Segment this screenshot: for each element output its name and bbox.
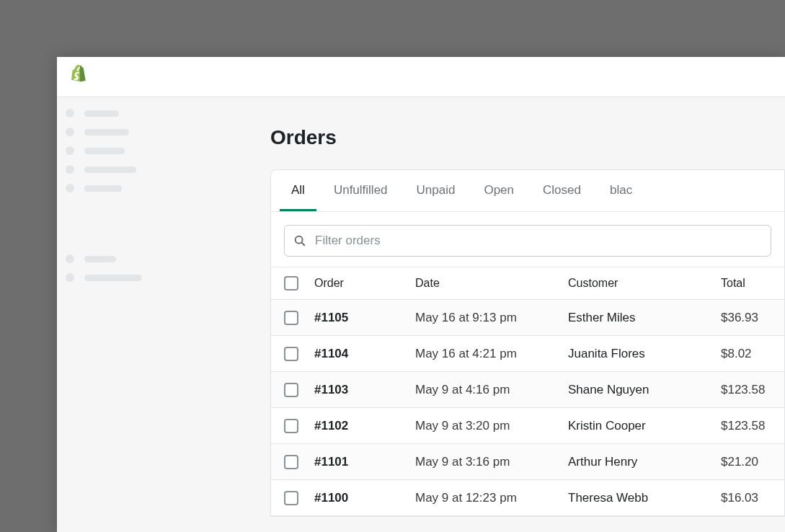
order-id[interactable]: #1102 <box>314 419 415 433</box>
order-id[interactable]: #1103 <box>314 383 415 397</box>
order-customer[interactable]: Shane Nguyen <box>568 383 721 397</box>
nav-dot-icon <box>66 273 74 282</box>
tab-unpaid[interactable]: Unpaid <box>405 170 467 211</box>
row-checkbox-cell <box>284 311 314 325</box>
nav-label-placeholder <box>84 185 122 192</box>
filter-input[interactable] <box>315 234 762 248</box>
nav-dot-icon <box>66 128 74 136</box>
order-customer[interactable]: Theresa Webb <box>568 491 721 505</box>
row-checkbox-cell <box>284 383 314 397</box>
order-id[interactable]: #1105 <box>314 311 415 325</box>
nav-label-placeholder <box>84 129 129 136</box>
row-checkbox-cell <box>284 347 314 361</box>
row-checkbox[interactable] <box>284 419 298 433</box>
orders-table: Order Date Customer Total #1105May 16 at… <box>271 267 784 516</box>
table-row[interactable]: #1103May 9 at 4:16 pmShane Nguyen$123.58 <box>271 372 784 408</box>
row-checkbox[interactable] <box>284 383 298 397</box>
tab-all[interactable]: All <box>280 170 316 211</box>
row-checkbox-cell <box>284 455 314 469</box>
tab-open[interactable]: Open <box>472 170 525 211</box>
svg-line-1 <box>302 243 305 246</box>
table-row[interactable]: #1102May 9 at 3:20 pmKristin Cooper$123.… <box>271 408 784 444</box>
tab-closed[interactable]: Closed <box>531 170 593 211</box>
search-icon <box>293 234 306 247</box>
header-order[interactable]: Order <box>314 277 415 290</box>
table-row[interactable]: #1101May 9 at 3:16 pmArthur Henry$21.20 <box>271 444 784 480</box>
order-total: $123.58 <box>721 419 771 433</box>
row-checkbox[interactable] <box>284 311 298 325</box>
table-row[interactable]: #1100May 9 at 12:23 pmTheresa Webb$16.03 <box>271 480 784 516</box>
sidebar-item-placeholder <box>66 165 221 174</box>
body: Orders AllUnfulfilledUnpaidOpenClosedbla… <box>57 97 785 532</box>
header-total[interactable]: Total <box>721 277 771 290</box>
row-checkbox-cell <box>284 419 314 433</box>
main-content: Orders AllUnfulfilledUnpaidOpenClosedbla… <box>230 97 785 532</box>
sidebar-item-placeholder <box>66 128 221 136</box>
app-window: Orders AllUnfulfilledUnpaidOpenClosedbla… <box>57 57 785 532</box>
order-date: May 9 at 3:20 pm <box>415 419 568 433</box>
order-total: $21.20 <box>721 455 771 469</box>
order-customer[interactable]: Kristin Cooper <box>568 419 721 433</box>
order-date: May 9 at 4:16 pm <box>415 383 568 397</box>
tab-blac[interactable]: blac <box>598 170 644 211</box>
order-id[interactable]: #1100 <box>314 491 415 505</box>
header-date[interactable]: Date <box>415 277 568 290</box>
order-id[interactable]: #1104 <box>314 347 415 361</box>
row-checkbox-cell <box>284 491 314 505</box>
tab-unfulfilled[interactable]: Unfulfilled <box>322 170 399 211</box>
order-date: May 16 at 4:21 pm <box>415 347 568 361</box>
row-checkbox[interactable] <box>284 455 298 469</box>
header-customer[interactable]: Customer <box>568 277 721 290</box>
order-customer[interactable]: Juanita Flores <box>568 347 721 361</box>
nav-dot-icon <box>66 109 74 118</box>
filter-row <box>271 212 784 267</box>
orders-card: AllUnfulfilledUnpaidOpenClosedblac <box>270 169 785 517</box>
sidebar <box>57 97 230 532</box>
shopify-logo-icon <box>68 65 90 89</box>
nav-label-placeholder <box>84 167 136 173</box>
select-all-checkbox[interactable] <box>284 276 298 291</box>
header-checkbox-cell <box>284 276 314 291</box>
order-total: $36.93 <box>721 311 771 325</box>
table-body: #1105May 16 at 9:13 pmEsther Miles$36.93… <box>271 300 784 516</box>
order-total: $16.03 <box>721 491 771 505</box>
svg-point-0 <box>296 236 303 244</box>
nav-dot-icon <box>66 254 74 263</box>
nav-label-placeholder <box>84 275 142 281</box>
nav-label-placeholder <box>84 110 119 117</box>
tabs: AllUnfulfilledUnpaidOpenClosedblac <box>271 170 784 212</box>
nav-label-placeholder <box>84 148 125 154</box>
nav-dot-icon <box>66 165 74 174</box>
sidebar-item-placeholder <box>66 273 221 282</box>
order-date: May 9 at 12:23 pm <box>415 491 568 505</box>
order-date: May 9 at 3:16 pm <box>415 455 568 469</box>
order-total: $123.58 <box>721 383 771 397</box>
row-checkbox[interactable] <box>284 491 298 505</box>
nav-dot-icon <box>66 184 74 192</box>
nav-label-placeholder <box>84 256 116 262</box>
nav-dot-icon <box>66 146 74 155</box>
table-header-row: Order Date Customer Total <box>271 267 784 300</box>
sidebar-item-placeholder <box>66 146 221 155</box>
table-row[interactable]: #1104May 16 at 4:21 pmJuanita Flores$8.0… <box>271 336 784 372</box>
table-row[interactable]: #1105May 16 at 9:13 pmEsther Miles$36.93 <box>271 300 784 336</box>
sidebar-item-placeholder <box>66 184 221 192</box>
order-id[interactable]: #1101 <box>314 455 415 469</box>
filter-input-wrap[interactable] <box>284 225 771 257</box>
sidebar-item-placeholder <box>66 254 221 263</box>
order-customer[interactable]: Esther Miles <box>568 311 721 325</box>
order-total: $8.02 <box>721 347 771 361</box>
row-checkbox[interactable] <box>284 347 298 361</box>
sidebar-item-placeholder <box>66 109 221 118</box>
order-date: May 16 at 9:13 pm <box>415 311 568 325</box>
order-customer[interactable]: Arthur Henry <box>568 455 721 469</box>
page-title: Orders <box>270 126 785 149</box>
topbar <box>57 57 785 97</box>
